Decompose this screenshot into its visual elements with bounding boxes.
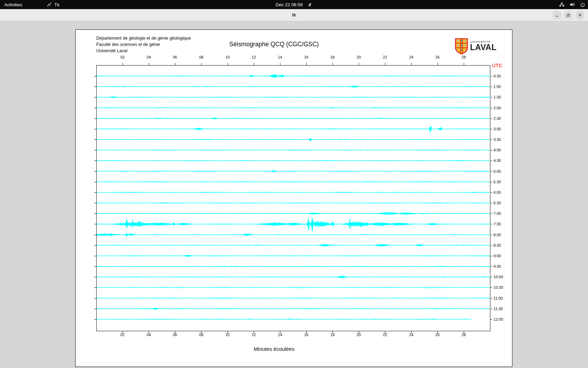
x-tick-label: 08 — [199, 55, 203, 59]
power-icon — [580, 2, 585, 7]
system-status-area[interactable] — [559, 0, 585, 9]
x-tick-label: 16 — [304, 333, 308, 337]
seismogram-canvas — [76, 30, 512, 367]
time-label: 4:30 — [493, 158, 501, 163]
x-tick-label: 14 — [278, 55, 282, 59]
close-button[interactable] — [575, 11, 584, 20]
notifications-muted-icon — [308, 2, 313, 7]
x-tick-label: 04 — [147, 55, 151, 59]
x-tick-label: 28 — [462, 55, 466, 59]
tk-icon — [47, 2, 52, 7]
x-tick-label: 26 — [435, 333, 440, 337]
seismograph-panel: Département de géologie et de génie géol… — [75, 29, 512, 367]
time-label: 6:30 — [493, 201, 501, 205]
x-tick-label: 12 — [252, 333, 256, 337]
time-label: 8:00 — [493, 233, 501, 237]
window-title: tk — [0, 9, 588, 21]
restore-button[interactable] — [564, 11, 573, 20]
time-label: 11:30 — [493, 307, 503, 311]
x-tick-label: 22 — [383, 55, 387, 59]
page-title: Séismographe QCQ (CGC/GSC) — [229, 41, 319, 48]
utc-label: UTC — [492, 62, 503, 68]
time-label: 0:30 — [493, 74, 501, 78]
time-label: 3:30 — [493, 137, 501, 142]
time-label: 3:00 — [493, 127, 501, 131]
x-axis-title: Minutes écoulées — [254, 346, 295, 352]
activities-label: Activities — [4, 2, 22, 7]
time-label: 1:00 — [493, 84, 501, 89]
x-tick-label: 28 — [462, 333, 466, 337]
x-tick-label: 10 — [225, 333, 230, 337]
time-label: 4:00 — [493, 148, 501, 152]
x-tick-label: 20 — [357, 55, 361, 59]
x-tick-label: 06 — [173, 333, 177, 337]
x-tick-label: 10 — [225, 55, 230, 59]
x-tick-label: 04 — [147, 333, 151, 337]
x-tick-label: 22 — [383, 333, 387, 337]
minimize-button[interactable] — [552, 11, 561, 20]
x-tick-label: 18 — [330, 55, 335, 59]
time-label: 11:00 — [493, 296, 503, 300]
x-tick-label: 12 — [252, 55, 256, 59]
x-tick-label: 26 — [435, 55, 440, 59]
volume-icon — [569, 2, 575, 7]
x-tick-label: 14 — [278, 333, 282, 337]
time-label: 10:00 — [493, 275, 503, 279]
time-label: 6:00 — [493, 190, 501, 195]
gnome-top-bar: Activities Tk Dec 22 06:59 — [0, 0, 588, 9]
org-line-1: Département de géologie et de génie géol… — [96, 35, 191, 41]
x-tick-label: 24 — [409, 333, 413, 337]
org-name: Département de géologie et de génie géol… — [96, 35, 191, 54]
app-content: Département de géologie et de génie géol… — [0, 21, 588, 368]
clock-button[interactable]: Dec 22 06:59 — [275, 2, 302, 7]
activities-button[interactable]: Activities — [0, 0, 26, 9]
x-tick-label: 02 — [120, 333, 125, 337]
network-icon — [559, 2, 565, 7]
laval-logo: UNIVERSITÉ LAVAL — [455, 38, 497, 56]
x-tick-label: 02 — [120, 55, 125, 59]
app-menu-button[interactable]: Tk — [47, 2, 59, 7]
time-label: 7:00 — [493, 211, 501, 216]
time-label: 10:30 — [493, 285, 503, 289]
window-titlebar[interactable]: tk — [0, 9, 588, 21]
app-menu-label: Tk — [54, 2, 59, 7]
time-label: 7:30 — [493, 222, 501, 226]
x-tick-label: 08 — [199, 333, 203, 337]
time-label: 1:30 — [493, 95, 501, 99]
org-line-3: Université Laval — [96, 48, 191, 54]
time-label: 9:30 — [493, 264, 501, 268]
time-label: 9:00 — [493, 254, 501, 258]
x-tick-label: 06 — [173, 55, 177, 59]
org-line-2: Faculté des sciences et de génie — [96, 41, 191, 48]
time-label: 5:30 — [493, 180, 501, 184]
x-tick-label: 20 — [357, 333, 361, 337]
x-tick-label: 16 — [304, 55, 308, 59]
laval-shield-icon — [455, 38, 468, 56]
time-label: 8:30 — [493, 243, 501, 247]
time-label: 2:00 — [493, 106, 501, 110]
time-label: 2:30 — [493, 116, 501, 121]
x-tick-label: 18 — [330, 333, 335, 337]
x-tick-label: 24 — [409, 55, 413, 59]
time-label: 5:00 — [493, 169, 501, 173]
time-label: 12:00 — [493, 317, 503, 321]
logo-laval-text: LAVAL — [470, 43, 497, 52]
